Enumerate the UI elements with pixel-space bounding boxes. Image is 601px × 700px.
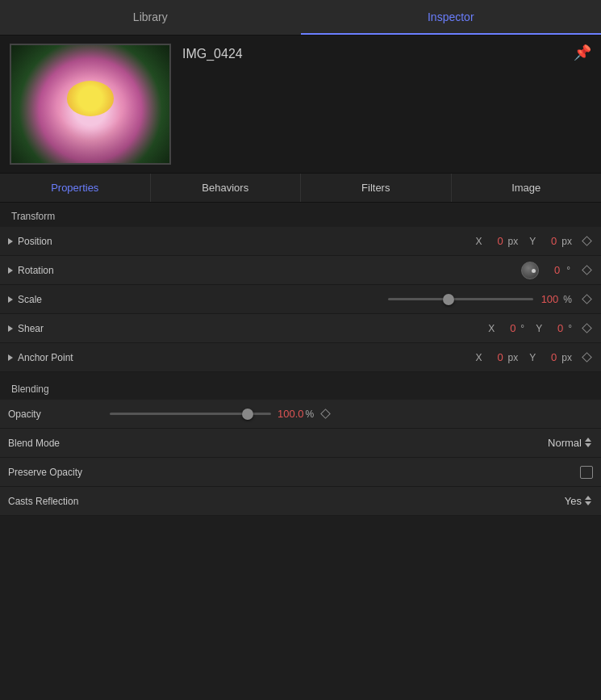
shear-diamond-icon (582, 323, 592, 333)
image-title: IMG_0424 (182, 44, 591, 61)
anchor-diamond-icon (582, 352, 592, 363)
anchor-x-label: X (476, 352, 482, 363)
thumbnail (10, 44, 171, 165)
rotation-value[interactable]: 0 (544, 264, 560, 276)
tab-inspector[interactable]: Inspector (301, 0, 602, 35)
shear-keyframe-button[interactable] (580, 322, 593, 335)
position-diamond-icon (582, 236, 592, 246)
anchor-point-fields: X 0 px Y 0 px (89, 351, 593, 364)
thumbnail-image (11, 45, 169, 163)
position-keyframe-button[interactable] (580, 235, 593, 248)
blend-mode-row: Blend Mode Normal (0, 429, 601, 458)
position-fields: X 0 px Y 0 px (89, 235, 593, 248)
shear-expand-icon[interactable] (8, 325, 13, 332)
anchor-y-value[interactable]: 0 (540, 351, 557, 363)
opacity-slider-track[interactable] (110, 413, 271, 415)
tab-filters[interactable]: Filters (301, 174, 452, 202)
tab-library[interactable]: Library (0, 0, 301, 35)
scale-slider-thumb[interactable] (443, 294, 454, 305)
shear-label[interactable]: Shear (8, 323, 89, 334)
shear-x-label: X (488, 323, 495, 334)
shear-y-value[interactable]: 0 (547, 322, 563, 334)
scale-expand-icon[interactable] (8, 296, 13, 303)
shear-x-value[interactable]: 0 (499, 322, 515, 334)
anchor-expand-icon[interactable] (8, 354, 13, 361)
scale-label[interactable]: Scale (8, 294, 89, 305)
rotation-dot (532, 269, 536, 273)
blend-mode-label: Blend Mode (8, 438, 105, 449)
preserve-opacity-checkbox[interactable] (580, 466, 593, 479)
position-y-value[interactable]: 0 (540, 235, 557, 247)
preserve-opacity-value (105, 466, 593, 479)
blend-mode-value[interactable]: Normal (105, 437, 593, 449)
blend-mode-stepper[interactable] (585, 438, 593, 449)
scale-keyframe-button[interactable] (580, 293, 593, 306)
anchor-y-label: Y (529, 352, 536, 363)
opacity-value[interactable]: 100.0 (278, 408, 304, 420)
opacity-slider-thumb[interactable] (242, 409, 253, 420)
shear-row: Shear X 0 ° Y 0 ° (0, 314, 601, 343)
shear-fields: X 0 ° Y 0 ° (89, 322, 593, 335)
casts-reflection-row: Casts Reflection Yes (0, 487, 601, 516)
rotation-keyframe-button[interactable] (580, 264, 593, 277)
rotation-row: Rotation 0 ° (0, 256, 601, 285)
opacity-diamond-icon (320, 409, 331, 419)
pin-icon[interactable]: 📌 (574, 44, 591, 61)
rotation-control: 0 ° (89, 262, 593, 279)
sub-tab-bar: Properties Behaviors Filters Image (0, 173, 601, 203)
position-row: Position X 0 px Y 0 px (0, 227, 601, 256)
anchor-x-value[interactable]: 0 (487, 351, 503, 363)
position-label[interactable]: Position (8, 236, 89, 247)
transform-section-header: Transform (0, 203, 601, 227)
anchor-keyframe-button[interactable] (580, 351, 593, 364)
preserve-opacity-label: Preserve Opacity (8, 467, 105, 478)
image-header: IMG_0424 📌 (0, 36, 601, 173)
rotation-expand-icon[interactable] (8, 267, 13, 274)
opacity-slider-row: 100.0 % (105, 408, 593, 421)
scale-diamond-icon (582, 294, 592, 304)
preserve-opacity-row: Preserve Opacity (0, 458, 601, 487)
tab-properties[interactable]: Properties (0, 174, 151, 202)
casts-reflection-stepper[interactable] (585, 496, 593, 507)
scale-fields: 100 % (89, 293, 593, 306)
rotation-diamond-icon (582, 265, 592, 275)
blending-section-header: Blending (0, 372, 601, 400)
anchor-point-row: Anchor Point X 0 px Y 0 px (0, 343, 601, 372)
tab-bar: Library Inspector (0, 0, 601, 36)
shear-y-label: Y (536, 323, 542, 334)
scale-row: Scale 100 % (0, 285, 601, 314)
rotation-knob[interactable] (521, 262, 539, 279)
casts-reflection-value[interactable]: Yes (105, 495, 593, 507)
position-x-value[interactable]: 0 (487, 235, 503, 247)
opacity-label: Opacity (8, 409, 105, 420)
scale-slider-track[interactable] (388, 298, 533, 300)
scale-value[interactable]: 100 (541, 293, 559, 305)
casts-reflection-label: Casts Reflection (8, 496, 105, 507)
position-expand-icon[interactable] (8, 238, 13, 245)
rotation-label[interactable]: Rotation (8, 265, 89, 276)
anchor-point-label[interactable]: Anchor Point (8, 352, 89, 363)
position-y-label: Y (529, 236, 536, 247)
position-x-label: X (476, 236, 482, 247)
opacity-row: Opacity 100.0 % (0, 400, 601, 429)
tab-image[interactable]: Image (452, 174, 602, 202)
opacity-keyframe-button[interactable] (319, 408, 332, 421)
tab-behaviors[interactable]: Behaviors (151, 174, 302, 202)
